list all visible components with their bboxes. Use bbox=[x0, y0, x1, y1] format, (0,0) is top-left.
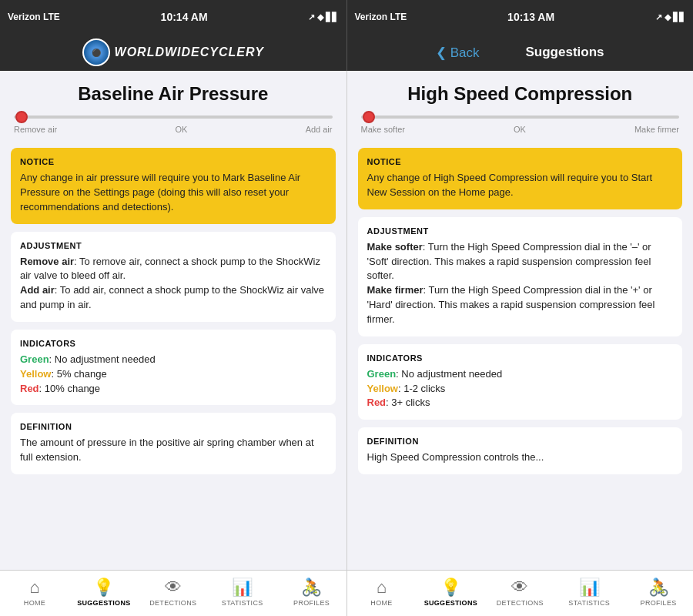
indicators-text-right: Green: No adjustment needed Yellow: 1-2 … bbox=[367, 367, 674, 411]
suggestions-icon-right: 💡 bbox=[440, 578, 461, 598]
adjustment-text-right: Make softer: Turn the High Speed Compres… bbox=[367, 240, 674, 327]
tab-statistics-right[interactable]: 📊 STATISTICS bbox=[554, 571, 624, 616]
nav-title: Suggestions bbox=[526, 45, 604, 60]
notice-card-right: NOTICE Any change of High Speed Compress… bbox=[358, 148, 683, 209]
slider-track-right bbox=[361, 116, 680, 119]
tab-label-home-right: HOME bbox=[370, 599, 392, 607]
tab-statistics-left[interactable]: 📊 STATISTICS bbox=[208, 571, 277, 616]
home-icon-left: ⌂ bbox=[29, 578, 39, 598]
slider-label-remove-air: Remove air bbox=[14, 125, 57, 134]
definition-label-left: DEFINITION bbox=[20, 422, 326, 431]
indicators-label-right: INDICATORS bbox=[367, 353, 674, 363]
slider-thumb-left bbox=[15, 111, 28, 123]
indicator-yellow-left: Yellow bbox=[20, 368, 51, 380]
slider-label-softer: Make softer bbox=[361, 125, 405, 134]
time-right: 10:13 AM bbox=[507, 11, 554, 23]
slider-left[interactable]: Remove air OK Add air bbox=[14, 116, 333, 134]
tab-suggestions-left[interactable]: 💡 SUGGESTIONS bbox=[69, 571, 139, 616]
tab-bar-right: ⌂ HOME 💡 SUGGESTIONS 👁 DETECTIONS 📊 STAT… bbox=[347, 571, 694, 616]
panel-title-right: High Speed Compression bbox=[358, 83, 683, 105]
indicator-green-right: Green bbox=[367, 368, 397, 380]
notice-label-left: NOTICE bbox=[20, 157, 326, 166]
slider-label-ok-left: OK bbox=[175, 125, 187, 134]
home-icon-right: ⌂ bbox=[377, 578, 387, 598]
time-left: 10:14 AM bbox=[161, 11, 208, 23]
indicators-label-left: INDICATORS bbox=[20, 339, 326, 348]
status-icons-left: ↗ ◆ ▋▋ bbox=[308, 12, 338, 22]
main-content: Baseline Air Pressure Remove air OK Add … bbox=[0, 71, 693, 570]
slider-label-add-air: Add air bbox=[306, 125, 333, 134]
tab-home-left[interactable]: ⌂ HOME bbox=[0, 571, 69, 616]
definition-text-left: The amount of pressure in the positive a… bbox=[20, 436, 326, 465]
slider-thumb-right bbox=[363, 111, 375, 123]
profiles-icon-left: 🚴 bbox=[301, 578, 322, 598]
notice-text-right: Any change of High Speed Compression wil… bbox=[367, 171, 674, 200]
adjustment-label-right: ADJUSTMENT bbox=[367, 226, 674, 236]
indicator-red-right: Red bbox=[367, 397, 387, 408]
carrier-right: Verizon LTE bbox=[355, 12, 407, 22]
tab-bar-row: ⌂ HOME 💡 SUGGESTIONS 👁 DETECTIONS 📊 STAT… bbox=[0, 570, 693, 616]
back-button[interactable]: ❮ Back bbox=[436, 45, 480, 61]
slider-right[interactable]: Make softer OK Make firmer bbox=[361, 116, 680, 134]
definition-card-left: DEFINITION The amount of pressure in the… bbox=[11, 413, 336, 474]
notice-text-left: Any change in air pressure will require … bbox=[20, 171, 326, 215]
profiles-icon-right: 🚴 bbox=[648, 578, 669, 598]
nav-bar-right: ❮ Back Suggestions bbox=[347, 34, 694, 71]
tab-detections-left[interactable]: 👁 DETECTIONS bbox=[139, 571, 208, 616]
status-bar-right: Verizon LTE 10:13 AM ↗ ◆ ▋▋ bbox=[347, 0, 694, 34]
notice-card-left: NOTICE Any change in air pressure will r… bbox=[11, 148, 336, 224]
suggestions-icon-left: 💡 bbox=[93, 578, 114, 598]
detections-icon-right: 👁 bbox=[511, 578, 528, 598]
statistics-icon-right: 📊 bbox=[579, 578, 600, 598]
adjustment-text-left: Remove air: To remove air, connect a sho… bbox=[20, 255, 326, 313]
slider-label-firmer: Make firmer bbox=[634, 125, 679, 134]
slider-track-left bbox=[14, 116, 333, 119]
adjustment-card-left: ADJUSTMENT Remove air: To remove air, co… bbox=[11, 232, 336, 322]
tab-label-detections-left: DETECTIONS bbox=[149, 599, 196, 607]
slider-label-ok-right: OK bbox=[514, 125, 526, 134]
tab-label-home-left: HOME bbox=[24, 599, 45, 607]
carrier-left: Verizon LTE bbox=[8, 12, 60, 22]
indicator-yellow-right: Yellow bbox=[367, 383, 398, 394]
logo-text: WORLDWIDECYCLERY bbox=[115, 45, 264, 59]
indicator-green-left: Green bbox=[20, 353, 49, 365]
tab-label-suggestions-left: SUGGESTIONS bbox=[77, 599, 130, 607]
worldwidecyclery-logo: ⚫ WORLDWIDECYCLERY bbox=[82, 38, 264, 66]
adjustment-label-left: ADJUSTMENT bbox=[20, 241, 326, 250]
tab-label-suggestions-right: SUGGESTIONS bbox=[424, 599, 477, 607]
definition-text-right: High Speed Compression controls the... bbox=[367, 450, 674, 465]
status-bar-left: Verizon LTE 10:14 AM ↗ ◆ ▋▋ bbox=[0, 0, 346, 34]
slider-labels-left: Remove air OK Add air bbox=[14, 125, 333, 134]
tab-detections-right[interactable]: 👁 DETECTIONS bbox=[485, 571, 554, 616]
globe-icon: ⚫ bbox=[82, 38, 110, 66]
tab-suggestions-right[interactable]: 💡 SUGGESTIONS bbox=[416, 571, 485, 616]
slider-labels-right: Make softer OK Make firmer bbox=[361, 125, 680, 134]
detections-icon-left: 👁 bbox=[165, 578, 182, 598]
tab-bar-left: ⌂ HOME 💡 SUGGESTIONS 👁 DETECTIONS 📊 STAT… bbox=[0, 571, 347, 616]
nav-bar-logo: ⚫ WORLDWIDECYCLERY bbox=[0, 34, 346, 71]
notice-label-right: NOTICE bbox=[367, 157, 674, 166]
tab-label-profiles-left: PROFILES bbox=[293, 599, 330, 607]
status-icons-right: ↗ ◆ ▋▋ bbox=[655, 12, 685, 22]
tab-home-right[interactable]: ⌂ HOME bbox=[347, 571, 417, 616]
statistics-icon-left: 📊 bbox=[232, 578, 253, 598]
indicator-red-left: Red bbox=[20, 383, 39, 394]
tab-label-statistics-left: STATISTICS bbox=[222, 599, 263, 607]
indicators-card-left: INDICATORS Green: No adjustment needed Y… bbox=[11, 330, 336, 406]
adjustment-card-right: ADJUSTMENT Make softer: Turn the High Sp… bbox=[358, 217, 683, 336]
tab-profiles-left[interactable]: 🚴 PROFILES bbox=[277, 571, 346, 616]
definition-label-right: DEFINITION bbox=[367, 437, 674, 446]
tab-profiles-right[interactable]: 🚴 PROFILES bbox=[624, 571, 693, 616]
definition-card-right: DEFINITION High Speed Compression contro… bbox=[358, 427, 683, 474]
tab-label-detections-right: DETECTIONS bbox=[497, 599, 544, 607]
indicators-text-left: Green: No adjustment needed Yellow: 5% c… bbox=[20, 353, 326, 397]
panel-left: Baseline Air Pressure Remove air OK Add … bbox=[0, 71, 347, 570]
indicators-card-right: INDICATORS Green: No adjustment needed Y… bbox=[358, 344, 683, 420]
panel-right: High Speed Compression Make softer OK Ma… bbox=[347, 71, 694, 570]
tab-label-statistics-right: STATISTICS bbox=[568, 599, 610, 607]
panel-title-left: Baseline Air Pressure bbox=[11, 83, 336, 105]
tab-label-profiles-right: PROFILES bbox=[641, 599, 677, 607]
